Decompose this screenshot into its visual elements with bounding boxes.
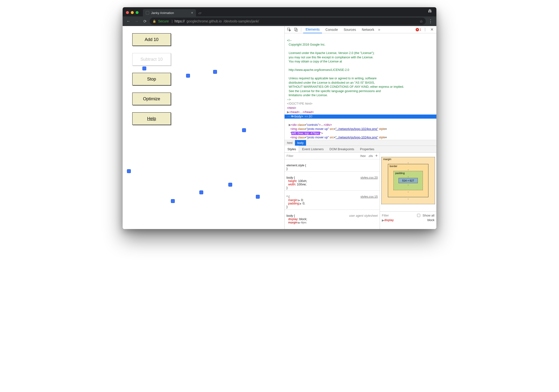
url-path: /devtools-samples/jank/ — [224, 19, 259, 23]
mover-icon — [228, 183, 232, 187]
user-agent-label: user agent stylesheet — [349, 214, 378, 217]
subtract-button[interactable]: Subtract 10 — [132, 53, 171, 66]
tab-sources[interactable]: Sources — [341, 26, 358, 33]
optimize-button[interactable]: Optimize — [132, 93, 171, 105]
tab-console[interactable]: Console — [323, 26, 340, 33]
tab-network[interactable]: Network — [359, 26, 377, 33]
css-rules[interactable]: element.style { } body {styles.css:20 he… — [285, 159, 380, 229]
comment-block: <!-- Copyright 2016 Google Inc. Licensed… — [287, 39, 404, 101]
computed-filter-input[interactable]: Filter — [382, 214, 389, 217]
back-button[interactable]: ← — [125, 18, 132, 25]
mover-icon — [242, 128, 246, 132]
hov-toggle[interactable]: :hov — [360, 154, 366, 158]
devtools-panel: Elements Console Sources Network » ✕1 ⋮ … — [284, 26, 436, 229]
page-viewport: Add 10 Subtract 10 Stop Optimize Help — [123, 26, 284, 229]
subtab-styles[interactable]: Styles — [285, 146, 299, 152]
computed-row[interactable]: ▶ displayblock — [382, 218, 434, 222]
subtab-dom-breakpoints[interactable]: DOM Breakpoints — [326, 146, 357, 152]
breadcrumb: html body — [285, 140, 436, 146]
subtab-listeners[interactable]: Event Listeners — [299, 146, 326, 152]
add-button[interactable]: Add 10 — [132, 33, 171, 46]
elements-tree[interactable]: <!-- Copyright 2016 Google Inc. Licensed… — [285, 33, 436, 146]
minimize-window-icon[interactable] — [131, 11, 134, 14]
selected-body-row[interactable]: ⋯▼<body>== $0 — [285, 115, 436, 119]
more-tabs-icon[interactable]: » — [378, 27, 380, 32]
cls-toggle[interactable]: .cls — [368, 154, 373, 158]
reload-button[interactable]: ⟳ — [141, 18, 148, 25]
mover-icon — [213, 70, 217, 74]
mover-icon — [171, 199, 175, 203]
browser-tab[interactable]: Janky Animation × — [143, 9, 196, 16]
mover-icon — [199, 190, 203, 194]
box-model[interactable]: margin- border- padding- 514 × 627 - - - — [380, 153, 436, 211]
incognito-icon — [427, 8, 433, 14]
styles-pane: Filter :hov .cls + element.style { } bod… — [285, 153, 380, 229]
mover-icon — [127, 169, 131, 173]
styles-filter-input[interactable]: Filter — [287, 154, 293, 158]
tab-elements[interactable]: Elements — [303, 26, 322, 33]
close-window-icon[interactable] — [126, 11, 129, 14]
subtab-properties[interactable]: Properties — [357, 146, 377, 152]
head-tag[interactable]: <head>…</head> — [289, 110, 314, 114]
address-bar[interactable]: 🔒 Secure | https://googlechrome.github.i… — [150, 18, 426, 25]
url-prefix: https:// — [175, 19, 185, 23]
doctype: <!DOCTYPE html> — [287, 102, 313, 105]
forward-button[interactable]: → — [133, 18, 140, 25]
url-bar: ← → ⟳ 🔒 Secure | https://googlechrome.gi… — [123, 16, 436, 26]
crumb-html[interactable]: html — [285, 140, 295, 146]
titlebar: Janky Animation × ▱ — [123, 7, 436, 16]
window-controls — [123, 11, 142, 16]
url-host: googlechrome.github.io — [186, 19, 222, 23]
mover-icon — [256, 195, 260, 199]
styles-sidebar: margin- border- padding- 514 × 627 - - - — [380, 153, 436, 229]
crumb-body[interactable]: body — [295, 140, 306, 146]
error-badge[interactable]: ✕1 — [416, 28, 421, 31]
devtools-menu-icon[interactable]: ⋮ — [423, 27, 427, 32]
stop-button[interactable]: Stop — [132, 73, 171, 85]
inspect-icon[interactable] — [286, 27, 292, 33]
devtools-toolbar: Elements Console Sources Network » ✕1 ⋮ … — [285, 26, 436, 33]
new-tab-button[interactable]: ▱ — [197, 10, 203, 16]
tab-title: Janky Animation — [151, 11, 174, 15]
close-tab-icon[interactable]: × — [191, 11, 193, 15]
devtools-tabs: Elements Console Sources Network — [303, 26, 377, 33]
controls-panel: Add 10 Subtract 10 Stop Optimize Help — [132, 33, 171, 125]
styles-subtabs: Styles Event Listeners DOM Breakpoints P… — [285, 146, 436, 153]
computed-pane: Filter Show all ▶ displayblock — [380, 211, 436, 223]
device-icon[interactable] — [293, 27, 299, 33]
browser-window: Janky Animation × ▱ ← → ⟳ 🔒 Secure | htt… — [123, 7, 436, 229]
secure-label: Secure — [158, 19, 169, 23]
browser-menu-icon[interactable]: ⋮ — [427, 18, 434, 25]
mover-icon — [186, 74, 190, 78]
html-tag[interactable]: <html> — [287, 106, 296, 110]
source-link[interactable]: styles.css:20 — [360, 176, 378, 179]
new-rule-icon[interactable]: + — [375, 153, 378, 158]
svg-rect-1 — [294, 28, 296, 31]
maximize-window-icon[interactable] — [136, 11, 139, 14]
page-icon — [146, 11, 149, 14]
mover-icon — [142, 67, 146, 70]
devtools-close-icon[interactable]: ✕ — [429, 27, 435, 32]
help-button[interactable]: Help — [132, 112, 171, 125]
bookmark-icon[interactable]: ☆ — [419, 19, 423, 24]
lock-icon: 🔒 — [153, 19, 156, 23]
box-model-content: 514 × 627 — [399, 178, 418, 183]
source-link[interactable]: styles.css:15 — [360, 195, 378, 198]
show-all-checkbox[interactable] — [417, 214, 420, 217]
